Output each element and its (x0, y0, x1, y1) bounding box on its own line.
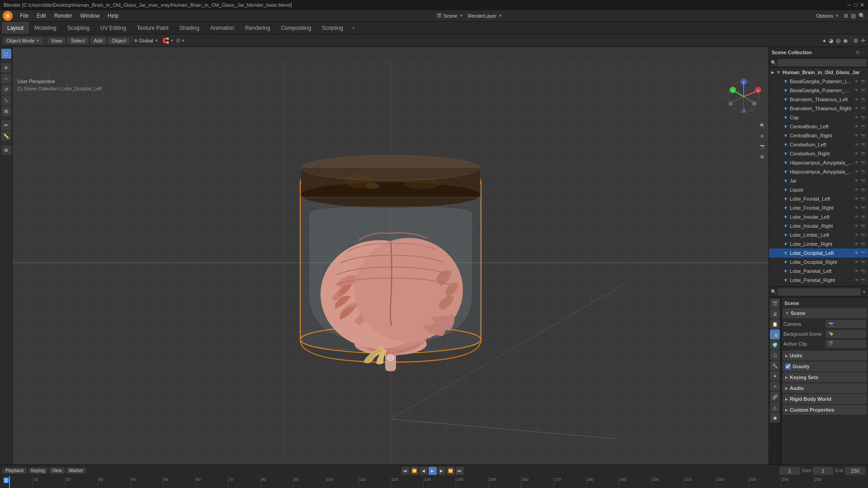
visibility-toggle[interactable]: 👁 (853, 268, 859, 274)
outliner-item[interactable]: ▼Lobe_Occipital_Right👁📷 (769, 258, 868, 267)
props-tab-constraints[interactable]: 🔗 (770, 392, 780, 402)
menu-render[interactable]: Render (51, 12, 75, 20)
props-tab-physics[interactable]: ⚛ (770, 381, 780, 391)
start-frame-input[interactable]: 1 (813, 467, 833, 475)
visibility-toggle[interactable]: 👁 (853, 196, 859, 202)
zoom-in-button[interactable]: 🔍 (758, 121, 767, 130)
visibility-toggle[interactable]: 👁 (853, 277, 859, 283)
active-clip-value[interactable]: 🎬 (826, 340, 866, 348)
snap-icon[interactable]: 🧲 (162, 38, 169, 44)
props-search-input[interactable] (778, 288, 861, 296)
outliner-filter-icon[interactable]: ⊟ (856, 50, 859, 55)
mode-selector[interactable]: Object Mode ▼ (3, 37, 43, 44)
visibility-toggle[interactable]: 👁 (853, 132, 859, 139)
overlay-toggle[interactable]: ⊞ (854, 38, 858, 44)
camera-view-button[interactable]: 📷 (758, 142, 767, 151)
window-controls[interactable]: ─ □ ✕ (847, 2, 864, 8)
menu-file[interactable]: File (16, 12, 32, 20)
render-toggle[interactable]: 📷 (860, 277, 866, 283)
visibility-toggle[interactable]: 👁 (853, 150, 859, 157)
select-menu-button[interactable]: Select (67, 37, 89, 44)
visibility-toggle[interactable]: 👁 (853, 169, 859, 175)
props-tab-world[interactable]: 🌍 (770, 340, 780, 350)
snap-settings[interactable]: ▼ (170, 38, 174, 43)
view-menu-tl[interactable]: View (49, 468, 65, 474)
rotate-tool[interactable]: ↺ (1, 84, 11, 94)
outliner-item[interactable]: ▶▼Human_Brain_in_Old_Glass_Jar (769, 68, 868, 77)
prev-frame-button[interactable]: ⏪ (410, 467, 419, 475)
render-toggle[interactable]: 📷 (860, 241, 866, 247)
render-toggle[interactable]: 📷 (860, 205, 866, 211)
outliner-item[interactable]: ▼Lobe_Parietal_Right👁📷 (769, 276, 868, 285)
viewport-canvas[interactable]: User Perspective (1) Scene Collection | … (13, 61, 769, 465)
tab-layout[interactable]: Layout (2, 22, 29, 34)
visibility-toggle[interactable]: 👁 (853, 96, 859, 103)
render-toggle[interactable]: 📷 (860, 123, 866, 130)
gizmo-toggle[interactable]: ✛ (861, 38, 865, 44)
render-toggle[interactable]: 📷 (860, 141, 866, 148)
visibility-toggle[interactable]: 👁 (853, 232, 859, 238)
props-tab-object[interactable]: ⬡ (770, 350, 780, 360)
outliner-item[interactable]: ▼Cap👁📷 (769, 113, 868, 122)
visibility-toggle[interactable]: 👁 (853, 114, 859, 121)
outliner-item[interactable]: ▼Lobe_Occipital_Left👁📷 (769, 249, 868, 258)
menu-edit[interactable]: Edit (33, 12, 50, 20)
visibility-toggle[interactable]: 👁 (853, 178, 859, 184)
scale-tool[interactable]: ⤡ (1, 95, 11, 105)
outliner-item[interactable]: ▼Lobe_Parietal_Left👁📷 (769, 267, 868, 276)
current-frame-display[interactable]: 1 (779, 467, 800, 475)
options-button[interactable]: Options ▼ (816, 13, 839, 19)
units-section-header[interactable]: ▶ Units (783, 351, 867, 361)
outliner-item[interactable]: ▼Brainstem_Thalamus_Left👁📷 (769, 95, 868, 104)
header-icon-2[interactable]: ▤ (851, 13, 856, 19)
visibility-toggle[interactable]: 👁 (853, 214, 859, 220)
render-toggle[interactable]: 📷 (860, 96, 866, 103)
render-toggle[interactable]: 📷 (860, 132, 866, 139)
tab-shading[interactable]: Shading (174, 22, 205, 34)
cursor-tool[interactable]: ✛ (1, 63, 11, 73)
timeline-track[interactable]: 1 10203040506070809010011012013014015016… (0, 476, 868, 488)
tab-texture-paint[interactable]: Texture Paint (132, 22, 174, 34)
render-toggle[interactable]: 📷 (860, 87, 866, 94)
navigation-gizmo[interactable]: X Y Z -X -Y -Z (726, 79, 762, 115)
playhead[interactable] (9, 476, 10, 488)
render-toggle[interactable]: 📷 (860, 187, 866, 193)
outliner-search-input[interactable] (778, 59, 866, 66)
render-toggle[interactable]: 📷 (860, 114, 866, 121)
tab-animation[interactable]: Animation (205, 22, 240, 34)
props-tab-modifier[interactable]: 🔧 (770, 361, 780, 371)
outliner-item[interactable]: ▼Lobe_Frontal_Right👁📷 (769, 203, 868, 212)
maximize-button[interactable]: □ (854, 2, 857, 8)
viewport-shading-wireframe[interactable]: ◉ (843, 38, 848, 44)
next-frame-button[interactable]: ⏩ (447, 467, 455, 475)
close-button[interactable]: ✕ (860, 2, 864, 8)
tab-uv-editing[interactable]: UV Editing (95, 22, 132, 34)
render-toggle[interactable]: 📷 (860, 105, 866, 112)
bg-scene-value[interactable]: 🎭 (826, 330, 866, 338)
props-tab-scene[interactable]: 🎭 (770, 329, 780, 339)
visibility-toggle[interactable]: 👁 (853, 160, 859, 166)
visibility-toggle[interactable]: 👁 (853, 123, 859, 130)
props-tab-data[interactable]: △ (770, 402, 780, 412)
render-toggle[interactable]: 📷 (860, 268, 866, 274)
visibility-toggle[interactable]: 👁 (853, 205, 859, 211)
outliner-item[interactable]: ▼CentralBrain_Right👁📷 (769, 131, 868, 140)
view-all-button[interactable]: ⊞ (758, 152, 767, 161)
tab-sculpting[interactable]: Sculpting (62, 22, 95, 34)
render-toggle[interactable]: 📷 (860, 232, 866, 238)
outliner-item[interactable]: ▼Lobe_Temporal_Left👁📷 (769, 285, 868, 286)
render-toggle[interactable]: 📷 (860, 150, 866, 157)
outliner-item[interactable]: ▼Hippocampus_Amygdala_Fornix_Right👁📷 (769, 167, 868, 176)
visibility-toggle[interactable]: 👁 (853, 259, 859, 265)
visibility-toggle[interactable]: 👁 (853, 78, 859, 84)
object-menu-button[interactable]: Object (108, 37, 130, 44)
render-toggle[interactable]: 📷 (860, 214, 866, 220)
outliner-item[interactable]: ▼Brainstem_Thalamus_Right👁📷 (769, 104, 868, 113)
outliner-item[interactable]: ▼CentralBrain_Left👁📷 (769, 122, 868, 131)
renderlayer-selector[interactable]: RenderLayer ▼ (468, 13, 503, 19)
menu-help[interactable]: Help (104, 12, 123, 20)
props-tab-viewlayer[interactable]: 📋 (770, 319, 780, 329)
tab-compositing[interactable]: Compositing (276, 22, 317, 34)
outliner-item[interactable]: ▼Hippocampus_Amygdala_Fornix_Left👁📷 (769, 158, 868, 167)
outliner-item[interactable]: ▼Lobe_Limbic_Left👁📷 (769, 230, 868, 239)
